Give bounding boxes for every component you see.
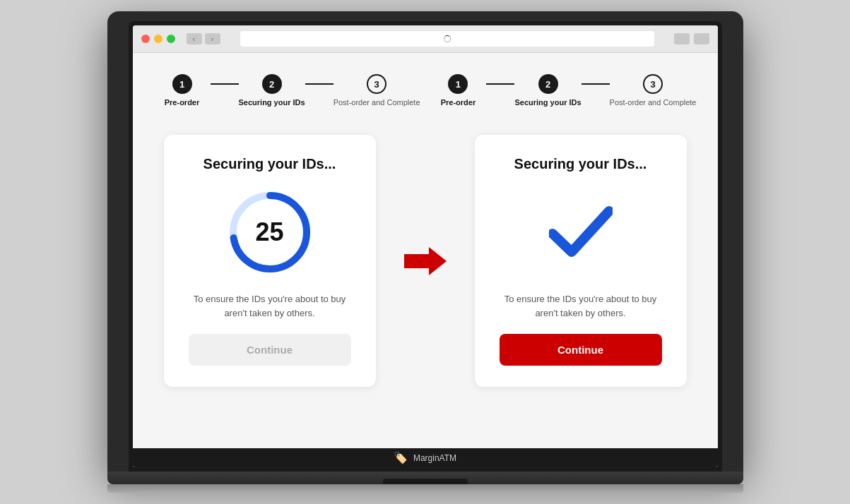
- stepper-row: 1 Pre-order 2 Securing your IDs: [154, 67, 697, 114]
- step-left-connector-1: [211, 83, 239, 85]
- laptop-base: [107, 472, 743, 484]
- progress-ring-container: 25: [224, 186, 316, 278]
- screen-bezel: ‹ ›: [129, 21, 722, 472]
- taskbar: 🏷️ MarginATM: [133, 448, 718, 467]
- checkmark-icon: [549, 204, 613, 260]
- close-button[interactable]: [141, 35, 150, 43]
- step-right-3: 3 Post-order and Complete: [610, 74, 697, 107]
- cards-area: Securing your IDs...: [154, 135, 697, 387]
- screen: ‹ ›: [133, 25, 718, 467]
- traffic-lights: [141, 35, 175, 43]
- step-right-3-circle: 3: [643, 74, 663, 94]
- svg-marker-2: [404, 247, 447, 275]
- chrome-controls: [674, 33, 709, 44]
- back-button[interactable]: ‹: [187, 33, 202, 44]
- step-left-3: 3 Post-order and Complete: [333, 74, 420, 107]
- checkmark-container: [535, 186, 627, 278]
- step-left-3-circle: 3: [367, 74, 386, 94]
- step-right-connector-2: [582, 83, 610, 85]
- step-right-2-label: Securing your IDs: [514, 98, 581, 107]
- card-complete-title: Securing your IDs...: [514, 156, 647, 172]
- stepper-divider: [420, 74, 430, 107]
- stepper-right: 1 Pre-order 2 Securing your IDs: [430, 74, 696, 107]
- laptop-notch: [383, 479, 468, 484]
- card-complete: Securing your IDs... To ensure the IDs y…: [475, 135, 687, 387]
- window-chrome: ‹ ›: [133, 25, 718, 53]
- step-right-2-circle: 2: [538, 74, 558, 94]
- step-right-1-label: Pre-order: [441, 98, 476, 107]
- maximize-button[interactable]: [167, 35, 175, 43]
- app-content: 1 Pre-order 2 Securing your IDs: [133, 53, 718, 448]
- share-button[interactable]: [674, 33, 690, 44]
- continue-button-disabled: Continue: [189, 334, 351, 366]
- step-left-2-circle: 2: [262, 74, 282, 94]
- card-loading-title: Securing your IDs...: [203, 156, 336, 172]
- card-complete-description: To ensure the IDs you're about to buy ar…: [500, 292, 662, 320]
- step-right-connector-1: [486, 83, 514, 85]
- card-loading-description: To ensure the IDs you're about to buy ar…: [189, 292, 351, 320]
- step-left-2: 2 Securing your IDs: [239, 74, 305, 107]
- card-loading: Securing your IDs...: [164, 135, 376, 387]
- laptop-wrapper: ‹ ›: [107, 11, 743, 493]
- arrow-container: [404, 244, 447, 279]
- loading-spinner: [444, 35, 451, 42]
- step-right-1-circle: 1: [448, 74, 468, 94]
- step-left-1-circle: 1: [172, 74, 192, 94]
- step-right-2: 2 Securing your IDs: [514, 74, 581, 107]
- forward-button[interactable]: ›: [205, 33, 220, 44]
- right-arrow-icon: [404, 244, 447, 279]
- laptop-body: ‹ ›: [107, 11, 743, 472]
- progress-number: 25: [255, 217, 283, 247]
- step-left-2-label: Securing your IDs: [239, 98, 305, 107]
- stepper-left: 1 Pre-order 2 Securing your IDs: [154, 74, 420, 107]
- step-left-1-label: Pre-order: [165, 98, 200, 107]
- step-left-connector-2: [305, 83, 333, 85]
- taskbar-label: MarginATM: [413, 453, 456, 463]
- taskbar-logo-icon: 🏷️: [394, 451, 408, 464]
- laptop-stand: [107, 484, 743, 493]
- fullscreen-button[interactable]: [694, 33, 709, 44]
- step-right-3-label: Post-order and Complete: [610, 98, 697, 107]
- continue-button-active[interactable]: Continue: [500, 334, 662, 366]
- step-right-1: 1 Pre-order: [430, 74, 486, 107]
- address-bar[interactable]: [240, 31, 654, 47]
- step-left-1: 1 Pre-order: [154, 74, 211, 107]
- step-left-3-label: Post-order and Complete: [333, 98, 420, 107]
- browser-nav: ‹ ›: [187, 33, 220, 44]
- minimize-button[interactable]: [154, 35, 163, 43]
